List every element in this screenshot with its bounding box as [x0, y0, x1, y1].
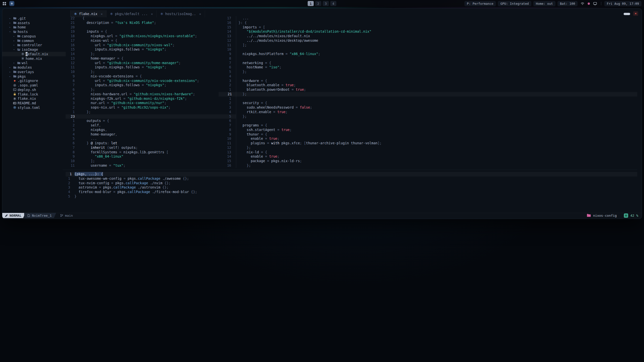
- code-line[interactable]: 5 nixos-hardware.url = "github:nixos/nix…: [66, 92, 236, 97]
- hue-icon[interactable]: [587, 2, 590, 5]
- code-line[interactable]: 9 "x86_64-linux": [66, 154, 236, 159]
- code-line[interactable]: 15 inputs.nixpkgs.follows = "nixpkgs";: [66, 47, 236, 52]
- code-line[interactable]: 7 inherit (self) outputs;: [66, 146, 236, 150]
- code-line[interactable]: 3 nixpkgs,: [66, 128, 236, 132]
- code-line[interactable]: 1{pkgs, ...}: {: [66, 172, 637, 176]
- editor-pane-pkgs-default-nix[interactable]: 1{pkgs, ...}: {1 tux-awesome-wm-config =…: [66, 172, 637, 199]
- tab-close-icon[interactable]: ×: [151, 12, 153, 16]
- code-line[interactable]: 9 nixpkgs.hostPlatform = "x86_64-linux";: [219, 52, 637, 56]
- minimize-pill-button[interactable]: [624, 13, 630, 15]
- code-line[interactable]: 18 nixpkgs.url = "github:nixos/nixpkgs/n…: [66, 34, 236, 38]
- code-line[interactable]: 7 programs = {: [219, 123, 637, 128]
- code-line[interactable]: 16 };: [219, 163, 637, 168]
- chevron-down-icon[interactable]: ▾: [13, 48, 17, 51]
- code-line[interactable]: 6 } @ inputs: let: [66, 141, 236, 146]
- code-line[interactable]: 11 plugins = with pkgs.xfce; [thunar-arc…: [219, 141, 637, 146]
- code-line[interactable]: 10: [219, 47, 637, 52]
- code-line[interactable]: 12 url = "github:nix-community/home-mana…: [66, 61, 236, 65]
- code-line[interactable]: 5}: [66, 194, 637, 199]
- code-line[interactable]: 2 bluetooth.enable = true;: [219, 83, 637, 87]
- close-window-button[interactable]: ×: [633, 11, 638, 16]
- window-horizontal-separator[interactable]: [63, 170, 637, 170]
- code-line[interactable]: 14 "${modulesPath}/installer/cd-dvd/inst…: [219, 29, 637, 34]
- nix-logo-icon[interactable]: [9, 1, 14, 6]
- tree-item-flake-lock[interactable]: flake.lock: [2, 92, 66, 97]
- tree-item--git[interactable]: ▸.git: [2, 16, 66, 21]
- code-line[interactable]: 3 astronvim = pkgs.callPackage ./astronv…: [66, 185, 637, 190]
- code-line[interactable]: 10 };: [66, 70, 236, 74]
- code-line[interactable]: 3 hardware = {: [219, 79, 637, 83]
- code-line[interactable]: 15 package = pkgs.nix-ld-rs;: [219, 159, 637, 163]
- chevron-right-icon[interactable]: ▸: [9, 17, 13, 20]
- git-branch[interactable]: main: [60, 214, 73, 217]
- tree-item-controller[interactable]: ▸controller: [2, 43, 66, 48]
- code-line[interactable]: 11 inputs.nixpkgs.follows = "nixpkgs";: [66, 65, 236, 70]
- wifi-icon[interactable]: [581, 2, 584, 6]
- chevron-right-icon[interactable]: ▸: [13, 35, 17, 37]
- code-line[interactable]: 1 outputs = {: [66, 119, 236, 123]
- code-line[interactable]: 1 tux-awesome-wm-config = pkgs.callPacka…: [66, 176, 637, 181]
- code-line[interactable]: 16 url = "github:nix-community/nixos-wsl…: [66, 43, 236, 48]
- code-line[interactable]: 6: [219, 119, 637, 123]
- code-line[interactable]: 4 home-manager,: [66, 132, 236, 137]
- tree-item--gitignore[interactable]: .gitignore: [2, 79, 66, 83]
- tree-item-home-nix[interactable]: home.nix: [2, 56, 66, 61]
- buffer-chip[interactable]: NvimTree_1: [24, 213, 56, 218]
- code-line[interactable]: 2 security = {: [219, 101, 637, 105]
- code-line[interactable]: 1 };: [66, 110, 236, 114]
- code-line[interactable]: 2 tux-nvim-config = pkgs.callPackage ./n…: [66, 181, 637, 186]
- editor-pane-flake-nix[interactable]: 22{21 description = "tux's NixOS Flake";…: [66, 16, 236, 168]
- code-line[interactable]: 7 inputs.nixpkgs.follows = "nixpkgs";: [66, 83, 236, 87]
- code-line[interactable]: 1: [219, 97, 637, 101]
- code-line[interactable]: 21 };: [219, 92, 637, 97]
- code-line[interactable]: 4 nixpkgs-f2k.url = "github:moni-dz/nixp…: [66, 97, 236, 101]
- tree-item-common[interactable]: ▸common: [2, 38, 66, 43]
- chevron-right-icon[interactable]: ▸: [9, 26, 13, 28]
- tree-item-flake-nix[interactable]: flake.nix: [2, 97, 66, 101]
- workspace-button-2[interactable]: 2: [315, 1, 321, 6]
- code-line[interactable]: 3 nur.url = "github:nix-community/nur";: [66, 101, 236, 105]
- chevron-right-icon[interactable]: ▸: [13, 39, 17, 42]
- tree-item-canopus[interactable]: ▸canopus: [2, 34, 66, 38]
- chevron-right-icon[interactable]: ▸: [13, 62, 17, 64]
- code-line[interactable]: 3 sudo.wheelNeedsPassword = false;: [219, 105, 637, 110]
- code-line[interactable]: 5 ...: [66, 137, 236, 141]
- code-line[interactable]: 4: [219, 74, 637, 79]
- tree-item-assets[interactable]: ▸assets: [2, 21, 66, 25]
- code-line[interactable]: 22{: [66, 16, 236, 21]
- editor-pane-iso-default-nix[interactable]: 17 ...16}: {15 imports = [14 "${modulesP…: [219, 16, 637, 168]
- code-line[interactable]: 13 home-manager = {: [66, 56, 236, 61]
- code-line[interactable]: 21 description = "tux's NixOS Flake";: [66, 21, 236, 25]
- code-line[interactable]: 17 nixos-wsl = {: [66, 38, 236, 43]
- code-line[interactable]: 16}: {: [219, 21, 637, 25]
- code-line[interactable]: 11 username = "tux";: [66, 163, 236, 168]
- tree-item-wsl[interactable]: ▸wsl: [2, 61, 66, 65]
- code-line[interactable]: 8 ssh.startAgent = true;: [219, 128, 637, 132]
- code-line[interactable]: 8 forAllSystems = nixpkgs.lib.genAttrs [: [66, 150, 236, 155]
- code-line[interactable]: 6 };: [66, 87, 236, 92]
- tree-item-pkgs[interactable]: ▸pkgs: [2, 74, 66, 79]
- workspace-button-1[interactable]: 1: [308, 1, 314, 6]
- code-line[interactable]: 17 ...: [219, 16, 637, 21]
- code-line[interactable]: 23: [66, 114, 236, 119]
- code-line[interactable]: 15 imports = [: [219, 25, 637, 30]
- chevron-right-icon[interactable]: ▸: [9, 75, 13, 78]
- tree-item-README-md[interactable]: README.md: [2, 101, 66, 105]
- code-line[interactable]: 6 hostName = "iso";: [219, 65, 637, 70]
- code-line[interactable]: 8 url = "github:nix-community/nix-vscode…: [66, 79, 236, 83]
- code-line[interactable]: 20: [66, 25, 236, 30]
- code-line[interactable]: 10 ];: [66, 159, 236, 163]
- code-line[interactable]: 9 nix-vscode-extensions = {: [66, 74, 236, 79]
- code-line[interactable]: 13 ../../modules/nixos/default.nix: [219, 34, 637, 38]
- code-line[interactable]: 12 ../../modules/nixos/desktop/awesome: [219, 38, 637, 43]
- code-line[interactable]: 11 ];: [219, 43, 637, 48]
- code-line[interactable]: 9 thunar = {: [219, 132, 637, 137]
- code-line[interactable]: 8: [219, 56, 637, 61]
- code-line[interactable]: 14 enable = true;: [219, 154, 637, 159]
- chevron-down-icon[interactable]: ▾: [9, 30, 13, 33]
- chevron-right-icon[interactable]: ▸: [9, 66, 13, 69]
- code-line[interactable]: 4 firefox-mod-blur = pkgs.callPackage ./…: [66, 190, 637, 194]
- tree-item-modules[interactable]: ▸modules: [2, 65, 66, 70]
- tree-item-overlays[interactable]: ▸overlays: [2, 70, 66, 74]
- code-line[interactable]: 5 };: [219, 70, 637, 74]
